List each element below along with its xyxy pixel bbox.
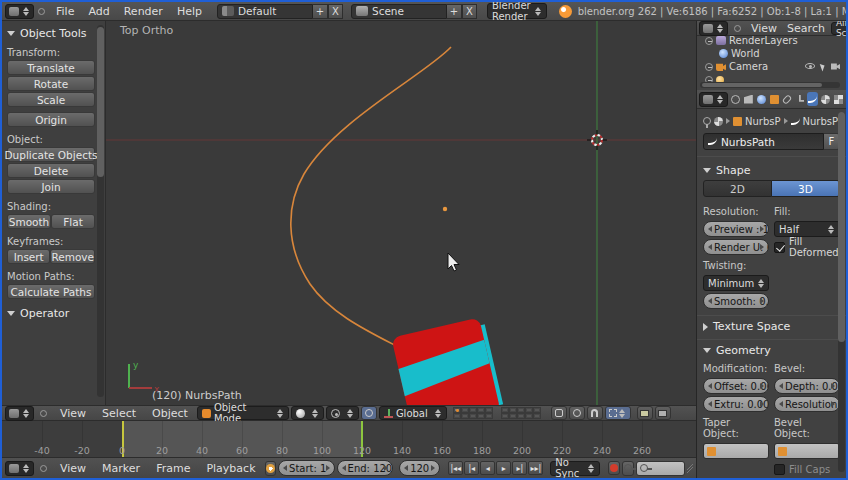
header-collapse-dot[interactable] [40, 465, 47, 472]
editor-type-properties-button[interactable] [699, 92, 728, 107]
3d-viewport[interactable]: y x Top Ortho (120) NurbsPath [106, 21, 696, 405]
play-button[interactable]: ▸ [496, 461, 511, 475]
tab-object-data[interactable] [807, 92, 818, 106]
render-still-button[interactable] [637, 406, 653, 420]
layer-cell[interactable] [461, 413, 469, 419]
menu-add[interactable]: Add [81, 5, 116, 18]
twist-method-dropdown[interactable]: Minimum [703, 275, 769, 291]
viewport-shading-dropdown[interactable] [291, 406, 324, 420]
lock-to-scene-button[interactable] [551, 406, 567, 420]
header-collapse-dot[interactable] [734, 25, 741, 32]
start-frame-field[interactable]: Start: 1 [278, 460, 335, 476]
remove-keyframe-button[interactable]: Remove [50, 249, 95, 264]
scale-button[interactable]: Scale [7, 92, 95, 107]
bevel-depth-field[interactable]: Depth: 0.000 [774, 378, 840, 394]
layer-cell[interactable] [501, 413, 509, 419]
layer-cell[interactable] [453, 413, 461, 419]
nurbs-path-curve[interactable] [291, 47, 451, 352]
menu-render[interactable]: Render [117, 5, 170, 18]
outliner-item-camera[interactable]: Camera [697, 60, 846, 73]
tab-modifiers[interactable] [794, 92, 805, 106]
tab-render[interactable] [730, 92, 741, 106]
mode-dropdown[interactable]: Object Mode [197, 406, 289, 420]
layer-cell[interactable] [533, 413, 541, 419]
tab-material[interactable] [820, 92, 831, 106]
menu-frame[interactable]: Frame [149, 462, 197, 475]
play-reverse-button[interactable]: ◂ [480, 461, 495, 475]
breadcrumb-object[interactable]: NurbsP [745, 116, 781, 127]
rotate-button[interactable]: Rotate [7, 76, 95, 91]
add-scene-button[interactable]: + [447, 4, 462, 19]
join-button[interactable]: Join [7, 179, 95, 194]
tab-constraints[interactable] [782, 92, 793, 106]
menu-object[interactable]: Object [145, 407, 195, 420]
active-keying-set-field[interactable] [636, 461, 685, 476]
bevel-resolution-field[interactable]: Resolution: 0 [774, 396, 840, 412]
expand-icon[interactable] [705, 63, 713, 71]
origin-button[interactable]: Origin [7, 112, 95, 127]
proportional-edit-button[interactable] [569, 406, 585, 420]
visibility-eye-icon[interactable] [805, 63, 815, 69]
selectable-cursor-icon[interactable] [820, 62, 826, 71]
tab-object[interactable] [769, 92, 780, 106]
outliner-item-world[interactable]: World [697, 47, 846, 60]
expand-icon[interactable] [705, 37, 713, 45]
datablock-name-field[interactable]: NurbsPath [703, 133, 824, 150]
tab-world[interactable] [756, 92, 767, 106]
3d-button[interactable]: 3D [772, 180, 840, 197]
scrollbar-thumb[interactable] [702, 83, 822, 87]
editor-type-3dview-button[interactable] [5, 406, 34, 421]
sync-dropdown[interactable]: No Sync [550, 461, 600, 476]
outliner-horizontal-scrollbar[interactable] [700, 82, 840, 88]
layer-cell[interactable] [485, 413, 493, 419]
insert-keyframe-button[interactable]: Insert [7, 249, 50, 264]
tab-scene[interactable] [743, 92, 754, 106]
operator-panel-header[interactable]: Operator [7, 307, 101, 320]
editor-type-info-button[interactable] [5, 4, 34, 19]
menu-timeline-view[interactable]: View [53, 462, 93, 475]
duplicate-objects-button[interactable]: Duplicate Objects [7, 147, 95, 162]
header-collapse-dot[interactable] [38, 8, 45, 15]
curve-origin-point[interactable] [443, 207, 447, 211]
texture-space-section-header[interactable]: Texture Space [703, 320, 840, 333]
layer-cell[interactable] [477, 413, 485, 419]
transform-orientation-dropdown[interactable]: Global [379, 406, 447, 420]
scrollbar-thumb[interactable] [838, 112, 845, 342]
scrollbar-thumb[interactable] [97, 27, 104, 177]
renderable-camera-icon[interactable] [831, 63, 840, 70]
render-animation-button[interactable] [655, 406, 671, 420]
snap-toggle-button[interactable] [587, 406, 603, 420]
jump-to-start-button[interactable]: |◂◂ [448, 461, 463, 475]
fill-caps-checkbox[interactable] [774, 464, 785, 475]
snap-element-dropdown[interactable] [605, 406, 631, 420]
calculate-paths-button[interactable]: Calculate Paths [7, 284, 95, 299]
layers-grid-1[interactable] [453, 407, 495, 419]
extrude-field[interactable]: Extru: 0.000 [703, 396, 769, 412]
tool-shelf-scrollbar[interactable] [97, 25, 104, 397]
layer-cell[interactable] [509, 413, 517, 419]
time-display-button[interactable] [265, 461, 277, 476]
fill-caps-checkbox-row[interactable]: Fill Caps [774, 461, 840, 477]
fill-dropdown[interactable]: Half [774, 221, 840, 237]
area-resize-grip[interactable] [687, 463, 693, 473]
offset-field[interactable]: Offset: 0.000 [703, 378, 769, 394]
render-resolution-field[interactable]: Render U: 0 [703, 239, 769, 255]
current-frame-field[interactable]: 120 [399, 460, 440, 476]
render-engine-dropdown[interactable]: Blender Render [487, 3, 547, 19]
scene-field[interactable]: Scene [351, 4, 447, 19]
header-collapse-dot[interactable] [40, 410, 47, 417]
menu-outliner-view[interactable]: View [747, 22, 781, 35]
taper-object-field[interactable] [703, 443, 769, 459]
pin-icon[interactable] [703, 117, 711, 125]
auto-keyframe-record-button[interactable] [608, 461, 620, 475]
menu-file[interactable]: File [49, 5, 81, 18]
smooth-button[interactable]: Smooth [7, 214, 51, 229]
translate-button[interactable]: Translate [7, 60, 95, 75]
end-frame-field[interactable]: End: 120 [337, 460, 394, 476]
menu-select[interactable]: Select [95, 407, 143, 420]
previous-keyframe-button[interactable]: |◂ [464, 461, 479, 475]
menu-outliner-search[interactable]: Search [783, 22, 829, 35]
next-keyframe-button[interactable]: ▸| [512, 461, 527, 475]
layer-cell[interactable] [469, 413, 477, 419]
bevel-object-field[interactable] [774, 443, 840, 459]
